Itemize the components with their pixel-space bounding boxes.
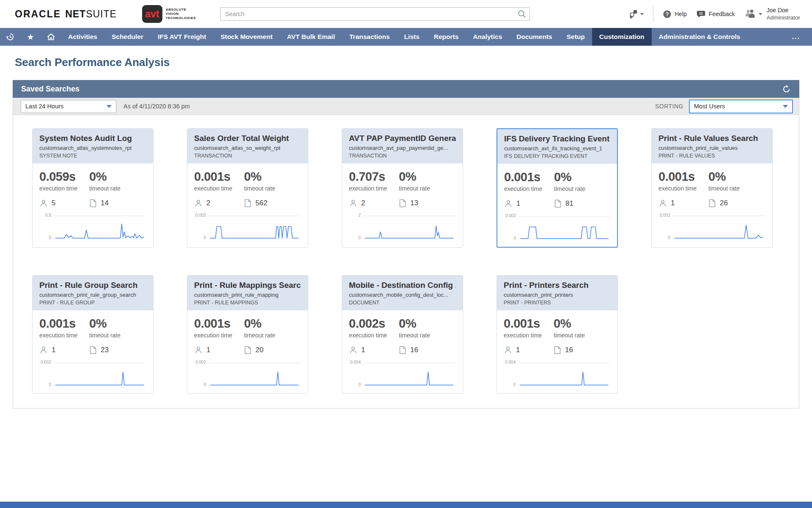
records-count-value: 562 [255,199,267,207]
user-count-icon [349,346,357,354]
create-new-icon [629,9,638,19]
create-new-menu[interactable] [629,9,644,19]
nav-tab-avt-bulk-email[interactable]: AVT Bulk Email [280,28,342,46]
saved-search-card-2[interactable]: Sales Order Total Weight customsearch_at… [187,128,308,248]
card-header: Sales Order Total Weight customsearch_at… [187,129,308,163]
nav-tab-stock-movement[interactable]: Stock Movement [213,28,280,46]
saved-search-card-3[interactable]: AVT PAP PaymentID Genera... customsearch… [342,128,463,248]
help-button[interactable]: ? Help [663,10,687,19]
sorting-select[interactable]: Most Users [689,99,793,113]
shortcuts-button[interactable]: ★ [20,28,41,46]
sorting-label: SORTING [655,103,683,110]
search-record-type: PRINT - RULE VALUES [658,153,765,159]
nav-tab-reports[interactable]: Reports [427,28,466,46]
nav-overflow-button[interactable]: ... [780,28,812,46]
saved-search-card-4[interactable]: IFS Delivery Tracking Event ... customse… [497,128,618,248]
timeout-rate-label: timeout rate [244,332,301,339]
search-record-type: PRINT - RULE GROUP [39,300,146,306]
execution-time-value: 0.001s [194,170,244,184]
recent-records-icon [5,32,15,41]
netsuite-wordmark-net: NET [65,8,86,19]
footer-bar [0,502,812,508]
refresh-button[interactable] [782,85,791,94]
card-counts: 2 562 [194,199,301,207]
saved-search-card-8[interactable]: Mobile - Destination Config ... customse… [342,275,463,394]
record-count-icon [244,346,252,354]
users-count-value: 1 [52,346,55,354]
timeout-rate-value: 0% [399,170,456,184]
card-metrics: 0.001s execution time 0% timeout rate [39,317,146,339]
nav-tab-documents[interactable]: Documents [509,28,559,46]
timeout-rate-value: 0% [244,317,301,331]
users-count-value: 2 [206,199,210,207]
saved-search-card-5[interactable]: Print - Rule Values Search customsearch_… [651,128,773,248]
nav-tab-customization[interactable]: Customization [592,28,652,46]
search-title: IFS Delivery Tracking Event ... [504,134,610,144]
sparkline-chart: 0.002 0 [194,211,301,244]
sparkline-chart: 0.004 0 [504,358,611,391]
nav-tab-analytics[interactable]: Analytics [466,28,509,46]
recent-records-button[interactable] [0,28,20,46]
card-metrics: 0.001s execution time 0% timeout rate [658,170,765,192]
nav-tab-ifs-avt-freight[interactable]: IFS AVT Freight [151,28,214,46]
user-menu[interactable]: Joe Doe Administrator [744,7,800,21]
user-count-icon [194,346,203,354]
search-input[interactable] [220,7,530,21]
home-button[interactable] [41,28,61,46]
sparkline-ymax-label: 0.002 [504,213,516,218]
records-count-value: 13 [410,199,418,207]
users-count-value: 1 [516,199,520,208]
search-script-id: customsearch_atlas_so_weight_rpt [194,145,301,151]
record-count-icon [708,199,716,207]
sparkline-ymax-label: 0.002 [194,360,206,364]
execution-time-label: execution time [39,332,89,339]
timeout-rate-value: 0% [89,170,146,184]
timeout-rate-metric: 0% timeout rate [244,170,301,192]
panel-header: Saved Searches [13,80,799,98]
sorting-value: Most Users [694,103,725,110]
filter-row: Last 24 Hours As of 4/11/2020 8:36 pm SO… [13,98,799,115]
user-icon [744,8,757,19]
saved-search-card-1[interactable]: System Notes Audit Log customsearch_atla… [32,128,154,248]
feedback-button[interactable]: Feedback [696,10,735,19]
nav-tab-activities[interactable]: Activities [61,28,104,46]
records-count-value: 81 [565,199,573,208]
chevron-down-icon [107,105,112,108]
sparkline-chart: 0.002 0 [39,358,146,391]
search-record-type: TRANSACTION [194,153,301,159]
saved-search-card-9[interactable]: Print - Printers Search customsearch_pri… [497,275,618,394]
execution-time-label: execution time [194,185,244,192]
search-title: Print - Rule Values Search [658,134,765,143]
nav-tab-lists[interactable]: Lists [397,28,427,46]
execution-time-metric: 0.001s execution time [658,170,708,192]
nav-tab-scheduler[interactable]: Scheduler [104,28,151,46]
sparkline-svg [658,211,766,244]
sparkline-svg [504,211,612,244]
users-count: 1 [39,346,89,354]
card-counts: 5 14 [39,199,146,207]
card-body: 0.002s execution time 0% timeout rate 1 … [342,310,463,393]
card-metrics: 0.059s execution time 0% timeout rate [39,170,146,192]
timeout-rate-metric: 0% timeout rate [244,317,301,339]
search-script-id: customsearch_print_rule_values [658,145,765,151]
timeout-rate-label: timeout rate [399,185,456,192]
record-count-icon [89,199,97,207]
execution-time-label: execution time [658,185,708,192]
execution-time-value: 0.001s [194,317,244,331]
saved-search-card-7[interactable]: Print - Rule Mappings Search customsearc… [187,275,308,394]
records-count: 20 [244,346,301,354]
saved-search-card-6[interactable]: Print - Rule Group Search customsearch_p… [32,275,154,394]
period-select[interactable]: Last 24 Hours [21,100,116,113]
users-count: 2 [194,199,244,207]
execution-time-metric: 0.001s execution time [504,170,554,192]
user-role: Administrator [766,14,800,21]
search-record-type: TRANSACTION [349,153,456,159]
record-count-icon [399,346,406,354]
nav-tab-administration-controls[interactable]: Administration & Controls [652,28,748,46]
header-actions: ? Help Feedback Joe Doe Administrator [620,6,812,22]
period-value: Last 24 Hours [25,103,63,110]
search-icon[interactable] [517,9,527,20]
sparkline-ymin-label: 0 [504,236,516,240]
nav-tab-setup[interactable]: Setup [560,28,592,46]
nav-tab-transactions[interactable]: Transactions [342,28,397,46]
